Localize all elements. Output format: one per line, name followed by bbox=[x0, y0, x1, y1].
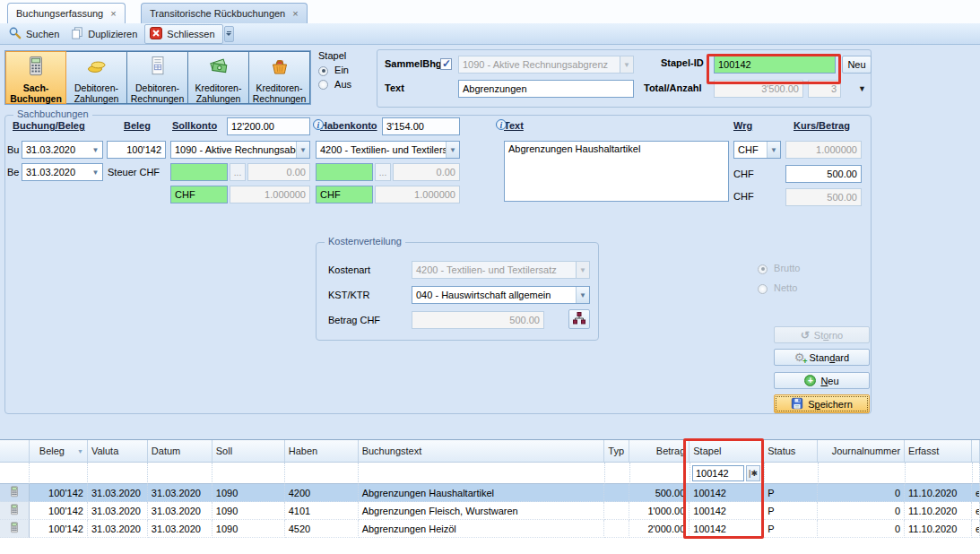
filter-cell[interactable] bbox=[148, 463, 212, 484]
filter-cell[interactable] bbox=[88, 463, 148, 484]
suchen-button[interactable]: Suchen bbox=[4, 24, 66, 43]
habenkonto-combobox[interactable]: 4200 - Textilien- und Textilersatz ▼ bbox=[316, 141, 460, 159]
stapel-id-field[interactable]: 100142 bbox=[714, 56, 836, 74]
filter-mode-button[interactable]: |✱ bbox=[746, 465, 760, 481]
beleg-nr-field[interactable]: 100'142 bbox=[107, 141, 166, 159]
module-kreditoren-rechnungen-button[interactable]: Kreditoren-Rechnungen bbox=[249, 51, 310, 104]
module-debitoren-rechnungen-button[interactable]: Debitoren-Rechnungen bbox=[127, 51, 188, 104]
schliessen-button[interactable]: Schliessen bbox=[144, 24, 222, 44]
neu-button[interactable]: + Neu bbox=[774, 372, 870, 389]
toolbar: Suchen Duplizieren Schliessen bbox=[0, 23, 980, 45]
filter-cell[interactable]: |✱ bbox=[690, 463, 765, 484]
kurs-haben-field: 1.000000 bbox=[375, 186, 460, 203]
table-row[interactable]: 100'14231.03.202031.03.202010904200Abgre… bbox=[0, 484, 980, 502]
module-kreditoren-zahlungen-button[interactable]: Kreditoren-Zahlungen bbox=[188, 51, 249, 104]
column-header-Stapel[interactable]: Stapel bbox=[689, 440, 764, 463]
kostenverteilung-button[interactable] bbox=[568, 309, 590, 329]
waehrung-haben-field[interactable]: CHF bbox=[316, 186, 373, 203]
speichern-button[interactable]: Speichern bbox=[774, 394, 870, 413]
module-sach-buchungen-button[interactable]: Sach-Buchungen bbox=[5, 51, 66, 104]
column-header-Status[interactable]: Status bbox=[764, 440, 818, 463]
steuer-soll-betrag: 0.00 bbox=[247, 163, 310, 181]
column-header-Buchungstext[interactable]: Buchungstext bbox=[359, 440, 605, 463]
steuercode-haben-field[interactable] bbox=[316, 163, 373, 181]
filter-cell[interactable] bbox=[819, 463, 906, 484]
steuercode-soll-field[interactable] bbox=[170, 163, 228, 181]
betrag-field[interactable]: 500.00 bbox=[785, 165, 862, 183]
column-header-blank[interactable] bbox=[0, 440, 30, 463]
buchungsdatum-picker[interactable]: 31.03.2020 ▼ bbox=[22, 141, 103, 159]
toolbar-overflow-button[interactable] bbox=[224, 26, 234, 42]
filter-cell[interactable] bbox=[0, 463, 30, 484]
column-header-Erfasst[interactable]: Erfasst bbox=[905, 440, 972, 463]
module-debitoren-zahlungen-button[interactable]: Debitoren-Zahlungen bbox=[66, 51, 127, 104]
row-indicator[interactable] bbox=[0, 502, 30, 520]
buchungstext-area[interactable]: Abgrenzungen Haushaltartikel bbox=[504, 141, 729, 202]
filter-cell[interactable] bbox=[765, 463, 819, 484]
stapel-aus-option[interactable]: Aus bbox=[318, 79, 351, 91]
sammel-text-field[interactable]: Abgrenzungen bbox=[458, 80, 634, 98]
chevron-down-icon: ▼ bbox=[576, 287, 589, 303]
tab-close-icon[interactable]: × bbox=[110, 9, 116, 19]
radio-aus[interactable] bbox=[318, 80, 328, 90]
table-row[interactable]: 100'14231.03.202031.03.202010904101Abgre… bbox=[0, 502, 980, 520]
sammelbhg-checkbox[interactable] bbox=[440, 58, 452, 70]
belegdatum-picker[interactable]: 31.03.2020 ▼ bbox=[22, 163, 103, 181]
duplizieren-button[interactable]: Duplizieren bbox=[66, 24, 144, 43]
column-header-Datum[interactable]: Datum bbox=[148, 440, 212, 463]
steuer-soll-browse-button[interactable]: ... bbox=[230, 163, 246, 181]
kostenverteilung-legend: Kostenverteilung bbox=[325, 236, 405, 247]
column-header-Soll[interactable]: Soll bbox=[212, 440, 285, 463]
filter-cell[interactable] bbox=[605, 463, 630, 484]
filter-cell[interactable] bbox=[906, 463, 973, 484]
filter-cell[interactable] bbox=[359, 463, 605, 484]
column-header-Betrag[interactable]: Betrag bbox=[629, 440, 689, 463]
table-cell: 31.03.2020 bbox=[88, 484, 148, 502]
stapel-ein-option[interactable]: Ein bbox=[318, 65, 351, 76]
text-header: Text bbox=[504, 120, 524, 131]
column-header-Haben[interactable]: Haben bbox=[285, 440, 359, 463]
kst-ktr-combobox[interactable]: 040 - Hauswirtschaft allgemein ▼ bbox=[412, 286, 590, 304]
table-cell: e bbox=[972, 520, 980, 538]
row-indicator[interactable] bbox=[0, 520, 30, 538]
calculator-icon bbox=[26, 55, 46, 81]
stapel-filter-input[interactable] bbox=[692, 465, 744, 481]
table-cell: 4520 bbox=[285, 520, 359, 538]
column-header-Journalnummer[interactable]: Journalnummer bbox=[818, 440, 905, 463]
kurs-field: 1.000000 bbox=[785, 141, 862, 159]
radio-ein[interactable] bbox=[318, 66, 328, 76]
sollkonto-combobox[interactable]: 1090 - Aktive Rechnungsabgrer ▼ bbox=[170, 141, 310, 159]
table-row[interactable]: 100'14231.03.202031.03.202010904520Abgre… bbox=[0, 520, 980, 538]
column-header-Beleg[interactable]: Beleg▼ bbox=[30, 440, 88, 463]
info-icon: i bbox=[313, 119, 324, 130]
waehrung-combobox[interactable]: CHF ▼ bbox=[733, 141, 781, 159]
tab-buchungserfassung[interactable]: Buchungserfassung × bbox=[7, 3, 126, 23]
filter-cell[interactable] bbox=[973, 463, 980, 484]
row-indicator[interactable] bbox=[0, 484, 30, 502]
filter-cell[interactable] bbox=[30, 463, 88, 484]
panel-dropdown-icon[interactable]: ▼ bbox=[858, 84, 866, 93]
stapel-neu-button[interactable]: Neu bbox=[842, 56, 872, 74]
table-cell: e bbox=[972, 484, 980, 502]
column-header-blank[interactable] bbox=[972, 440, 980, 463]
kostenart-combobox[interactable]: 4200 - Textilien- und Textilersatz ▼ bbox=[412, 261, 590, 279]
standard-button[interactable]: ⚙ Standard bbox=[774, 349, 870, 366]
table-cell: 100'142 bbox=[30, 520, 88, 538]
kostenverteilung-section: Kostenverteilung Kostenart 4200 - Textil… bbox=[316, 242, 599, 341]
table-cell: Abgrenzungen Fleisch, Wurstwaren bbox=[359, 502, 605, 520]
filter-cell[interactable] bbox=[285, 463, 359, 484]
filter-cell[interactable] bbox=[212, 463, 285, 484]
tab-close-icon[interactable]: × bbox=[292, 9, 298, 19]
waehrung-soll-field[interactable]: CHF bbox=[170, 186, 228, 203]
save-icon bbox=[791, 397, 803, 411]
column-header-Typ[interactable]: Typ bbox=[604, 440, 629, 463]
stapel-group-label: Stapel bbox=[318, 50, 351, 61]
sammel-konto-combobox[interactable]: 1090 - Aktive Rechnungsabgrenz ▼ bbox=[458, 56, 634, 74]
column-header-Valuta[interactable]: Valuta bbox=[88, 440, 148, 463]
table-cell: P bbox=[764, 520, 818, 538]
filter-cell[interactable] bbox=[630, 463, 690, 484]
chevron-down-icon: ▼ bbox=[89, 164, 102, 180]
steuer-haben-browse-button[interactable]: ... bbox=[375, 163, 391, 181]
betrag-chf-label: Betrag CHF bbox=[328, 315, 380, 325]
tab-transitorische-rueckbuchungen[interactable]: Transitorische Rückbuchungen × bbox=[141, 3, 308, 23]
